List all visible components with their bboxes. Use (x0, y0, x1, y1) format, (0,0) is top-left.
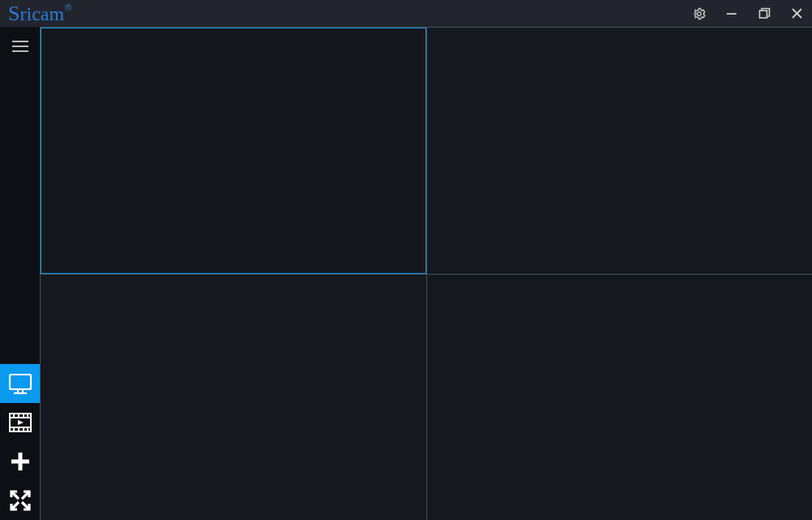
close-icon (791, 7, 803, 20)
monitor-icon (7, 371, 33, 396)
brand-text: Sricam (8, 2, 64, 26)
hamburger-icon (11, 40, 29, 53)
video-cell-2[interactable] (41, 275, 426, 521)
sidebar-item-fullscreen[interactable] (0, 481, 40, 520)
minimize-button[interactable] (723, 5, 741, 23)
close-button[interactable] (788, 5, 806, 23)
titlebar: Sricam ® (0, 0, 812, 27)
brand-logo: Sricam ® (6, 2, 71, 26)
video-cell-0[interactable] (41, 28, 426, 274)
sidebar-item-live-view[interactable] (0, 364, 40, 403)
expand-icon (8, 488, 32, 513)
plus-icon (8, 449, 32, 474)
menu-toggle-button[interactable] (0, 27, 40, 66)
svg-line-25 (12, 492, 19, 499)
maximize-restore-icon (758, 7, 771, 20)
sidebar (0, 27, 40, 520)
svg-rect-2 (759, 11, 767, 18)
window-controls (690, 5, 806, 23)
settings-button[interactable] (690, 5, 708, 23)
svg-line-26 (22, 492, 28, 499)
brand-trademark: ® (65, 2, 71, 12)
sidebar-item-add-device[interactable] (0, 442, 40, 481)
video-cell-1[interactable] (427, 28, 813, 274)
svg-rect-8 (10, 375, 31, 389)
video-grid (40, 27, 812, 520)
svg-line-27 (22, 502, 28, 509)
minimize-icon (726, 8, 737, 20)
film-play-icon (7, 410, 33, 435)
main-area (0, 27, 812, 520)
gear-icon (692, 6, 706, 21)
svg-line-28 (12, 502, 19, 509)
svg-point-0 (698, 11, 702, 15)
maximize-restore-button[interactable] (755, 5, 773, 23)
sidebar-item-playback[interactable] (0, 403, 40, 442)
video-cell-3[interactable] (427, 275, 813, 521)
